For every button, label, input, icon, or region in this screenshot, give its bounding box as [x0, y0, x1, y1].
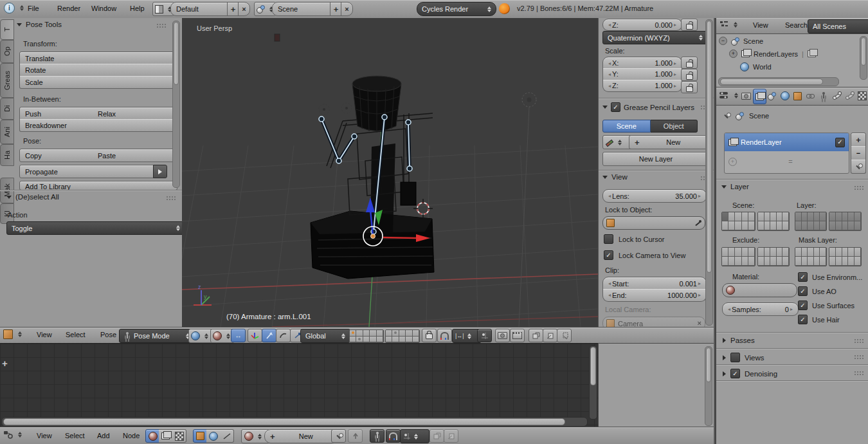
layer-cell[interactable] — [722, 221, 728, 230]
layer-cell[interactable] — [848, 221, 854, 230]
panel-grip[interactable] — [854, 338, 863, 343]
layer-cell[interactable] — [777, 257, 783, 266]
node-hscrollbar[interactable] — [1, 417, 588, 427]
exclude-grid-2[interactable] — [757, 247, 790, 266]
layer-cell[interactable] — [808, 212, 814, 221]
layers-grid-2[interactable] — [385, 329, 420, 343]
passes-panel-header[interactable]: Passes — [723, 337, 755, 344]
toolshelf-tab-options[interactable]: Op — [0, 40, 14, 63]
layer-cell[interactable] — [814, 257, 820, 266]
pin-renderlayer-button[interactable] — [851, 160, 866, 174]
layer-cell[interactable] — [808, 221, 814, 230]
layer-cell[interactable] — [377, 337, 383, 343]
mask-grid-2[interactable] — [829, 247, 862, 266]
propagate-options-button[interactable] — [153, 165, 167, 178]
outliner-hscrollbar[interactable] — [718, 77, 839, 86]
layer-cell[interactable] — [399, 337, 406, 343]
layer-cell[interactable] — [742, 221, 748, 230]
layer-cell[interactable] — [764, 221, 771, 230]
rotation-z-field[interactable]: ◂Z: 0.000▸ — [602, 19, 682, 31]
node-pin-button[interactable] — [331, 429, 346, 443]
action-select[interactable]: Toggle — [6, 221, 185, 235]
layer-cell[interactable] — [735, 248, 741, 257]
layer-cell[interactable] — [770, 248, 777, 257]
tab-bone-constraints[interactable] — [843, 89, 855, 103]
layer-cell[interactable] — [350, 337, 356, 343]
use-surfaces-row[interactable]: ✓ Use Surfaces — [798, 301, 854, 310]
layer-cell[interactable] — [820, 212, 826, 221]
layer-cell[interactable] — [777, 248, 783, 257]
viewport-shading-selector[interactable] — [188, 329, 213, 343]
outliner-vscrollbar[interactable] — [860, 36, 867, 80]
editor-type-3dview[interactable] — [3, 329, 22, 339]
layer-cell[interactable] — [848, 257, 854, 266]
use-environment-row[interactable]: ✓ Use Environm... — [798, 272, 862, 282]
layer-cell[interactable] — [829, 212, 836, 221]
layer-cell[interactable] — [742, 248, 748, 257]
mask-grid-1[interactable] — [795, 247, 827, 266]
layer-cell[interactable] — [814, 212, 820, 221]
manipulator-translate-button[interactable] — [262, 329, 276, 342]
layer-cell[interactable] — [848, 248, 854, 257]
layer-cell[interactable] — [386, 337, 392, 343]
tab-object-data[interactable] — [817, 89, 829, 103]
renderlayer-use-checkbox[interactable]: ✓ — [835, 138, 845, 147]
layer-cell[interactable] — [829, 221, 836, 230]
rotation-mode-select[interactable]: Quaternion (WXYZ) — [602, 31, 708, 44]
node-group-button[interactable] — [370, 429, 384, 443]
relax-button[interactable]: Relax — [93, 107, 177, 120]
shader-object-button[interactable] — [193, 429, 208, 443]
layer-cell[interactable] — [836, 221, 842, 230]
paste-pose-button[interactable]: Paste — [93, 149, 177, 162]
layer-cell[interactable] — [802, 221, 808, 230]
layer-cell[interactable] — [836, 248, 842, 257]
layer-cell[interactable] — [764, 257, 771, 266]
node-snap-element-select[interactable] — [400, 429, 429, 443]
copy-pose-button[interactable]: Copy — [19, 149, 104, 162]
breakdowner-button[interactable]: Breakdowner — [19, 119, 177, 132]
layer-cell[interactable] — [842, 248, 849, 257]
layer-cell[interactable] — [392, 337, 399, 343]
node-paste-button[interactable] — [444, 429, 458, 443]
layer-cell[interactable] — [836, 257, 842, 266]
scale-z-field[interactable]: ◂Z:1.000▸ — [602, 80, 682, 92]
layer-cell[interactable] — [377, 330, 383, 337]
scale-x-field[interactable]: ◂X:1.000▸ — [602, 57, 682, 69]
tab-scene[interactable] — [766, 89, 778, 103]
layer-cell[interactable] — [802, 257, 808, 266]
lock-rotation-z-button[interactable] — [681, 19, 698, 31]
editor-type-info[interactable]: i — [4, 3, 24, 14]
layer-cell[interactable] — [814, 248, 820, 257]
layer-cell[interactable] — [735, 212, 741, 221]
tab-texture[interactable] — [856, 89, 868, 103]
layer-cell[interactable] — [842, 212, 849, 221]
use-hair-row[interactable]: ✓ Use Hair — [798, 315, 840, 324]
node-menu-view[interactable]: View — [31, 432, 58, 439]
grease-pencil-checkbox[interactable]: ✓ — [611, 102, 620, 112]
remove-renderlayer-button[interactable]: − — [851, 146, 866, 160]
lens-field[interactable]: ◂Lens:35.000▸ — [602, 189, 707, 203]
gp-new-button[interactable]: + New — [629, 135, 709, 149]
layer-cell[interactable] — [770, 257, 777, 266]
view-panel-header[interactable]: View — [602, 173, 628, 181]
paste-pose-op-button[interactable] — [543, 329, 557, 342]
layer-cell[interactable] — [795, 212, 802, 221]
samples-field[interactable]: ◂Samples:0▸ — [722, 302, 799, 316]
outliner-filter-select[interactable]: All Scenes — [808, 19, 868, 33]
local-camera-field[interactable]: Camera × — [602, 317, 705, 327]
manipulator-rotate-button[interactable] — [276, 329, 291, 342]
node-menu-node[interactable]: Node — [117, 432, 145, 439]
panel-grip[interactable] — [854, 371, 863, 375]
layer-cell[interactable] — [735, 257, 741, 266]
views-checkbox[interactable]: ✓ — [730, 353, 740, 362]
translate-button[interactable]: Translate — [19, 51, 177, 65]
shader-world-button[interactable] — [206, 429, 221, 443]
layer-cell[interactable] — [735, 221, 741, 230]
use-hair-checkbox[interactable]: ✓ — [798, 315, 808, 324]
panel-grip[interactable] — [854, 355, 863, 359]
layer-cell[interactable] — [363, 337, 370, 343]
push-button[interactable]: Push — [19, 107, 104, 120]
tab-render-layers[interactable] — [753, 89, 766, 104]
node-menu-select[interactable]: Select — [59, 432, 91, 439]
editor-type-node[interactable] — [3, 430, 22, 439]
